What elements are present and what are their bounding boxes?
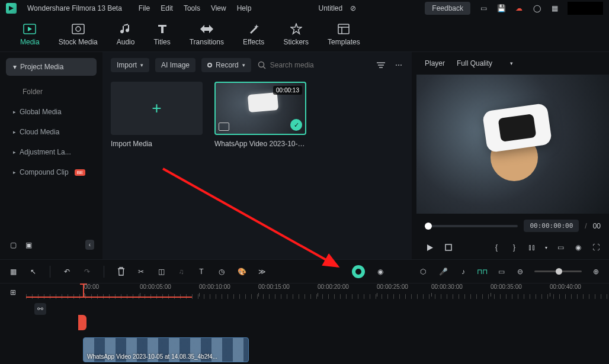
project-media-button[interactable]: ▾ Project Media [6,58,97,76]
sidebar-item-folder[interactable]: Folder [6,82,97,102]
cloud-upload-icon[interactable]: ☁ [514,4,524,13]
snapshot-icon[interactable]: ◉ [573,243,583,252]
render-preview-icon[interactable]: ◉ [376,267,385,276]
save-icon[interactable]: 💾 [496,4,506,13]
svg-point-6 [258,62,264,67]
delete-icon[interactable] [116,267,126,276]
ai-assistant-icon[interactable] [352,265,365,278]
tab-templates[interactable]: Templates [318,19,370,50]
import-media-placeholder[interactable]: + [111,82,203,135]
tab-stock-media[interactable]: Stock Media [49,19,107,50]
sidebar-item-global-media[interactable]: ▸ Global Media [6,102,97,122]
feedback-button[interactable]: Feedback [425,2,470,15]
timeline-clip[interactable]: WhatsApp Video 2023-10-05 at 14.08.35_4b… [83,337,249,362]
mark-in-icon[interactable]: { [492,243,501,252]
ruler-tick: 00:00:35:00 [491,284,522,290]
record-dropdown[interactable]: Record ▾ [201,58,251,72]
timeline-tracks-area[interactable]: WhatsApp Video 2023-10-05 at 14.08.35_4b… [0,315,609,364]
expand-icon[interactable]: ⛶ [591,243,601,252]
menu-help[interactable]: Help [237,4,252,12]
redo-icon[interactable]: ↷ [82,267,92,276]
track-start-marker[interactable] [78,315,86,330]
tab-audio[interactable]: Audio [107,19,145,50]
effects-icon [248,22,259,36]
tab-effects[interactable]: Effects [233,19,274,50]
tab-titles[interactable]: Titles [144,19,180,50]
chevron-right-icon: ▸ [13,149,16,155]
play-button[interactable] [425,243,434,252]
link-tracks-icon[interactable]: ⚯ [34,303,46,315]
zoom-out-icon[interactable]: ⊖ [515,267,525,276]
collapse-sidebar-button[interactable]: ‹ [85,240,94,250]
menu-edit[interactable]: Edit [161,4,173,12]
duration-badge: 00:00:13 [273,86,302,95]
chevron-down-icon[interactable]: ▾ [545,245,547,250]
tab-media[interactable]: Media [11,19,49,50]
stop-button[interactable] [444,243,453,252]
grid-icon[interactable]: ▦ [8,267,18,276]
ratio-icon[interactable]: ⫿⫿ [527,243,537,252]
new-folder-icon[interactable]: ▢ [8,240,18,250]
display-icon[interactable]: ▭ [556,243,565,252]
ruler-tick: 00:00:10:00 [199,284,230,290]
fit-icon[interactable]: ▭ [496,267,506,276]
new-bin-icon[interactable]: ▣ [24,240,33,250]
color-icon[interactable]: 🎨 [237,267,246,276]
zoom-slider[interactable] [534,270,582,272]
filter-icon[interactable] [376,60,386,70]
menu-tools[interactable]: Tools [184,4,200,12]
scrub-handle[interactable] [425,223,432,230]
project-name[interactable]: Untitled [319,4,343,12]
sidebar-item-cloud-media[interactable]: ▸ Cloud Media [6,122,97,142]
magnet-icon[interactable]: ⊓⊓ [477,267,487,276]
monitor-icon[interactable]: ▭ [479,4,488,13]
ruler-tick: 00:00:20:00 [318,284,349,290]
tab-stickers[interactable]: Stickers [274,19,318,50]
stickers-icon [290,22,302,36]
record-dot-icon [207,63,212,67]
undo-icon[interactable]: ↶ [62,267,72,276]
crop-icon[interactable]: ◫ [156,267,166,276]
audio-icon [120,22,132,36]
quality-dropdown[interactable]: Full Quality ▾ [457,59,513,67]
tab-transitions[interactable]: Transitions [180,19,233,50]
zoom-handle[interactable] [556,268,562,275]
svg-point-2 [76,27,81,31]
sidebar-item-adjustment-layer[interactable]: ▸ Adjustment La... [6,142,97,162]
search-media-input[interactable] [270,61,370,69]
apps-grid-icon[interactable]: ▦ [550,4,559,13]
current-timecode: 00:00:00:00 [524,220,579,232]
ruler-tick: 00:00:05:00 [140,284,171,290]
timeline-ruler[interactable]: 00:00 00:00:05:00 00:00:10:00 00:00:15:0… [26,284,609,301]
menu-view[interactable]: View [211,4,226,12]
headphones-icon[interactable]: ◯ [532,4,541,13]
cursor-tool-icon[interactable]: ↖ [28,267,38,276]
chevron-down-icon: ▾ [140,62,143,68]
sidebar-item-compound-clip[interactable]: ▸ Compound Clip BE [6,162,97,182]
app-logo [6,3,17,14]
menu-file[interactable]: File [139,4,150,12]
chevron-down-icon: ▾ [242,62,245,68]
add-track-icon[interactable]: ⊞ [8,288,18,297]
speed-icon[interactable]: ◷ [217,267,226,276]
templates-icon [338,22,350,36]
audio-mixer-icon[interactable]: ♪ [459,267,468,276]
svg-rect-11 [445,244,451,250]
more-options-icon[interactable]: ⋯ [394,60,403,70]
mark-out-icon[interactable]: } [509,243,519,252]
media-clip-thumbnail[interactable]: 00:00:13 ✓ [214,82,306,135]
import-dropdown[interactable]: Import ▾ [111,58,149,72]
more-tools-icon[interactable]: ≫ [257,267,267,276]
marker-icon[interactable]: ⬡ [418,267,428,276]
split-icon[interactable]: ✂ [136,267,146,276]
ruler-tick: 00:00:25:00 [377,284,408,290]
account-area[interactable] [568,2,603,15]
music-icon[interactable]: ♫ [177,267,186,276]
render-progress-line [26,297,192,298]
preview-viewport[interactable] [416,75,609,214]
voiceover-icon[interactable]: 🎤 [438,267,448,276]
ai-image-button[interactable]: AI Image [155,58,195,72]
scrub-bar[interactable] [425,225,518,227]
zoom-in-icon[interactable]: ⊕ [591,267,601,276]
text-icon[interactable]: T [197,267,206,276]
